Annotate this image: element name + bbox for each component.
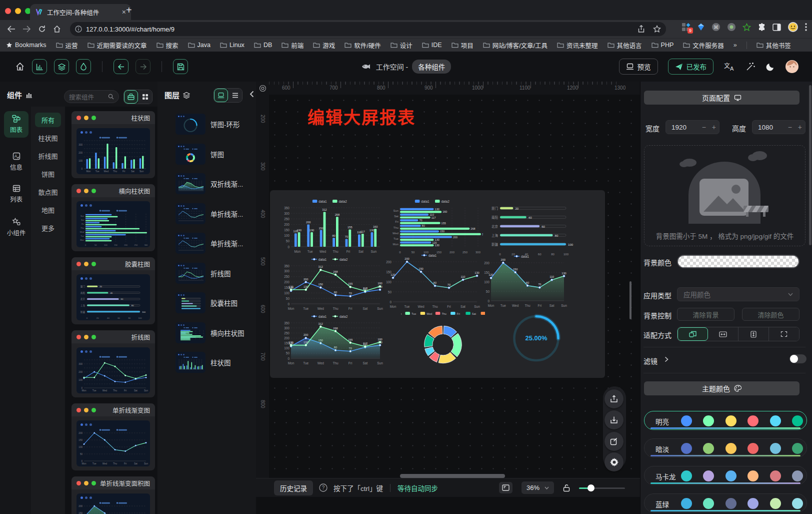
component-card-2[interactable]: 胶囊柱图 厦门20南阳40北京60上海80新疆100020406080100 [72, 257, 155, 324]
fit-stretch-button[interactable] [769, 327, 799, 341]
canvas-chart-line-area[interactable]: data1050100150200MonTueWedThuFriSatSun12… [480, 253, 569, 308]
extension-grid-icon[interactable]: 9 [682, 23, 690, 32]
url-text[interactable]: 127.0.0.1:3000/#/chart/home/9 [86, 26, 638, 33]
theme-color-dot[interactable] [748, 498, 758, 509]
canvas-chart-capsule[interactable]: 厦门20南阳40北京60上海80新疆100020406080100 [485, 199, 583, 256]
component-card-1[interactable]: 横向柱状图 050100150200250300MonTueWedThuFriS… [72, 184, 155, 251]
undo-button[interactable] [114, 59, 128, 74]
bookmark-item[interactable]: 文件服务器 [683, 41, 724, 50]
profile-avatar[interactable] [788, 22, 798, 33]
list-view-button[interactable] [228, 89, 242, 102]
dashboard-title[interactable]: 编辑大屏报表 [308, 104, 416, 129]
theme-color-dot[interactable] [703, 470, 714, 481]
theme-color-dot[interactable] [770, 415, 781, 426]
width-input[interactable]: 1920 −+ [666, 120, 720, 134]
zoom-select[interactable]: 36% [522, 481, 554, 494]
theme-color-dot[interactable] [748, 443, 758, 454]
filter-expand-icon[interactable] [664, 356, 668, 362]
new-tab-button[interactable]: + [126, 5, 132, 15]
layer-item-2[interactable]: 双折线渐... [176, 173, 252, 194]
home-icon[interactable] [53, 25, 61, 33]
user-avatar[interactable] [785, 60, 799, 74]
search-input[interactable]: 搜索组件 [64, 90, 119, 103]
extension-record-icon[interactable] [727, 23, 736, 32]
theme-color-dot[interactable] [726, 415, 736, 426]
category-1[interactable]: 柱状图 [35, 131, 61, 145]
fit-width-button[interactable] [708, 327, 738, 341]
width-minus-button[interactable]: − [699, 123, 709, 131]
canvas-chart-hbar-grouped[interactable]: data1data2050100150200250300Mon120130Tue… [387, 198, 483, 254]
config-scrollbar[interactable] [809, 85, 812, 245]
layer-item-8[interactable]: 柱状图 [176, 352, 252, 373]
layer-item-7[interactable]: 横向柱状图 [176, 322, 252, 343]
bookmark-item[interactable]: 近期需要读的文章 [88, 41, 147, 50]
theme-color-dot[interactable] [770, 470, 781, 481]
bookmark-item[interactable]: Linux [220, 41, 244, 50]
category-5[interactable]: 地图 [35, 203, 61, 217]
bookmark-item[interactable]: 项目 [452, 41, 474, 50]
zoom-slider[interactable] [579, 484, 625, 491]
layer-item-6[interactable]: 胶囊柱图 [176, 292, 252, 313]
app-home-icon[interactable] [15, 62, 25, 72]
width-plus-button[interactable]: + [709, 123, 719, 131]
export-button[interactable] [604, 389, 624, 408]
sidebar-nav-3[interactable]: 小组件 [4, 214, 28, 241]
app-type-select[interactable]: 应用颜色 [677, 287, 800, 301]
style-tool-button[interactable] [76, 59, 91, 74]
theme-color-dot[interactable] [726, 470, 736, 481]
canvas-chart-donut[interactable]: MonTueWedThuFriSatSun [401, 310, 485, 368]
extension-command-icon[interactable]: ⌘ [712, 23, 720, 32]
theme-color-dot[interactable] [703, 498, 714, 509]
category-2[interactable]: 折线图 [35, 149, 61, 163]
sidebar-nav-0[interactable]: 图表 [4, 111, 28, 138]
thumbnail-view-button[interactable] [214, 89, 228, 102]
edit-button[interactable] [604, 432, 624, 451]
forward-icon[interactable] [22, 26, 31, 33]
theme-color-dot[interactable] [681, 415, 692, 426]
ruler-eye-icon[interactable] [256, 82, 269, 95]
category-6[interactable]: 更多 [35, 221, 61, 235]
bookmark-item[interactable]: 网站/博客/文章/工具 [483, 41, 548, 50]
canvas-horizontal-scrollbar[interactable] [400, 474, 505, 478]
magic-wand-icon[interactable] [746, 62, 756, 72]
theme-color-dot[interactable] [703, 415, 714, 426]
component-card-0[interactable]: 柱状图 0100200300MonTueWedThuFriSatSun [72, 111, 155, 178]
bookmark-item[interactable]: 资讯未整理 [557, 41, 598, 50]
history-panel-icon[interactable] [499, 482, 512, 493]
grid-view-button[interactable] [138, 90, 152, 104]
theme-color-dot[interactable] [748, 470, 758, 481]
component-card-3[interactable]: 折线图 0100200300MonTueWedThuFriSatSun [72, 330, 155, 397]
height-input[interactable]: 1080 −+ [752, 120, 806, 134]
bookmark-item[interactable]: 运营 [56, 41, 78, 50]
theme-row-3[interactable]: 蓝绿 [644, 493, 807, 512]
collapse-panel-icon[interactable] [250, 91, 254, 98]
extension-star-icon[interactable] [742, 23, 751, 32]
canvas-chart-line-gradient[interactable]: data1050100150200MonTueWedThuFriSatSun12… [382, 252, 482, 309]
background-upload-area[interactable]: 背景图需小于 5M ， 格式为 png/jpg/gif 的文件 [644, 145, 806, 246]
address-bar[interactable]: 127.0.0.1:3000/#/chart/home/9 [70, 22, 666, 36]
theme-color-dot[interactable] [681, 498, 692, 509]
sidebar-nav-1[interactable]: A信息 [4, 149, 28, 175]
layer-item-1[interactable]: 饼图 [176, 144, 252, 165]
component-card-5[interactable]: 单折线渐变面积图 050100150200MonTueWedThuFriSatS… [72, 476, 155, 514]
other-bookmarks[interactable]: 其他书签 [756, 41, 791, 50]
theme-color-dot[interactable] [681, 470, 692, 481]
theme-color-header[interactable]: 主题颜色 [644, 381, 800, 395]
canvas-chart-line-area-dual[interactable]: data1data2050100150200250300350MonTueWed… [280, 313, 385, 365]
layer-item-0[interactable]: 饼图-环形 [176, 114, 252, 135]
dark-mode-icon[interactable] [766, 62, 775, 72]
canvas-area[interactable]: 6007008009001000110012001300200300400500… [256, 82, 640, 514]
canvas-chart-bar-grouped[interactable]: data1data2050100150200250300350MonTueWed… [280, 198, 385, 254]
reload-icon[interactable] [38, 25, 46, 33]
redo-button[interactable] [136, 59, 150, 74]
theme-row-2[interactable]: 马卡龙 [644, 466, 807, 485]
theme-color-dot[interactable] [770, 443, 781, 454]
theme-color-dot[interactable] [792, 498, 803, 509]
minimize-window-icon[interactable] [15, 8, 21, 14]
height-plus-button[interactable]: + [795, 123, 805, 131]
extension-diamond-icon[interactable] [697, 23, 705, 31]
theme-color-dot[interactable] [703, 443, 714, 454]
theme-row-0[interactable]: 明亮 [644, 411, 807, 430]
bookmark-item[interactable]: IDE [422, 41, 442, 50]
window-controls[interactable] [5, 8, 31, 14]
